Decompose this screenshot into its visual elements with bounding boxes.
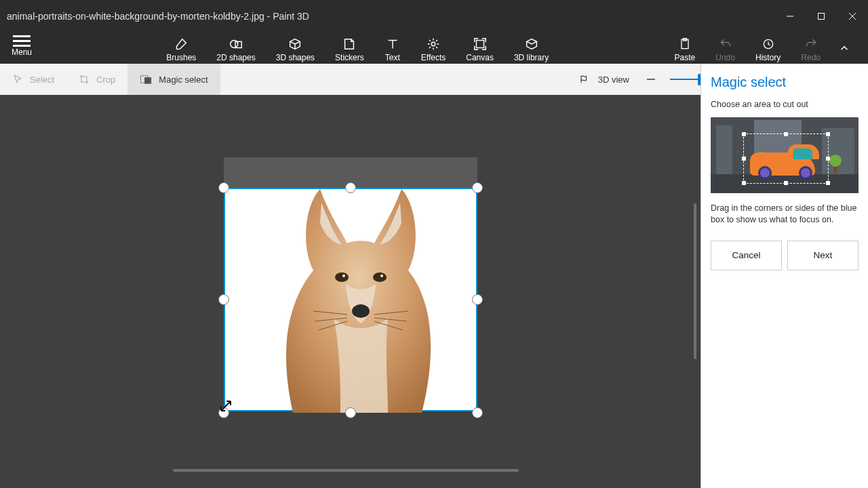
panel-hint: Drag in the corners or sides of the blue… bbox=[711, 203, 859, 226]
ribbon-canvas[interactable]: Canvas bbox=[463, 35, 496, 62]
panel-subtitle: Choose an area to cut out bbox=[711, 100, 859, 109]
panel-title: Magic select bbox=[711, 75, 859, 90]
tool-3d-view[interactable]: 3D view bbox=[567, 64, 642, 95]
ribbon-redo: Redo bbox=[798, 35, 823, 62]
ribbon-brushes[interactable]: Brushes bbox=[163, 35, 199, 62]
magic-select-icon bbox=[140, 74, 152, 85]
resize-handle-s[interactable] bbox=[345, 407, 356, 418]
cancel-button[interactable]: Cancel bbox=[711, 241, 782, 270]
close-button[interactable] bbox=[837, 5, 868, 27]
svg-point-6 bbox=[431, 42, 435, 46]
window-title: animal-portraits-on-white-background-by-… bbox=[7, 11, 774, 22]
flag-3d-icon bbox=[579, 74, 591, 85]
resize-cursor-icon bbox=[220, 400, 232, 412]
zoom-out-button[interactable] bbox=[642, 70, 660, 89]
svg-point-20 bbox=[380, 274, 383, 277]
text-icon bbox=[384, 37, 401, 52]
titlebar: animal-portraits-on-white-background-by-… bbox=[0, 0, 868, 33]
ribbon-text[interactable]: Text bbox=[382, 35, 403, 62]
ribbon-2d-shapes[interactable]: 2D shapes bbox=[214, 35, 258, 62]
resize-handle-e[interactable] bbox=[472, 294, 483, 305]
resize-handle-w[interactable] bbox=[218, 294, 229, 305]
canvas-icon bbox=[472, 37, 488, 52]
paste-icon bbox=[677, 37, 693, 52]
vertical-scrollbar[interactable] bbox=[694, 203, 696, 359]
svg-rect-1 bbox=[818, 14, 825, 20]
svg-point-30 bbox=[829, 155, 842, 167]
svg-point-16 bbox=[352, 304, 370, 318]
canvas-selection[interactable] bbox=[224, 188, 477, 411]
menu-button[interactable]: Menu bbox=[0, 33, 43, 64]
ribbon: Menu Brushes 2D shapes 3D shapes Sticker… bbox=[0, 33, 868, 64]
canvas-workspace[interactable] bbox=[0, 95, 701, 488]
menu-icon bbox=[13, 40, 31, 42]
svg-rect-12 bbox=[145, 78, 151, 83]
redo-icon bbox=[803, 37, 819, 52]
resize-handle-n[interactable] bbox=[345, 182, 356, 193]
crop-icon bbox=[79, 74, 90, 85]
cursor-icon bbox=[12, 74, 23, 85]
effects-icon bbox=[425, 37, 441, 52]
next-button[interactable]: Next bbox=[787, 241, 859, 270]
history-icon bbox=[760, 37, 776, 52]
ribbon-3d-shapes[interactable]: 3D shapes bbox=[273, 35, 317, 62]
maximize-button[interactable] bbox=[806, 5, 837, 27]
shapes-2d-icon bbox=[228, 37, 244, 52]
tool-magic-select[interactable]: Magic select bbox=[127, 64, 220, 95]
shapes-3d-icon bbox=[287, 37, 303, 52]
ribbon-history[interactable]: History bbox=[753, 35, 783, 62]
tool-crop: Crop bbox=[66, 64, 127, 95]
minimize-button[interactable] bbox=[774, 5, 806, 27]
undo-icon bbox=[717, 37, 734, 52]
panel-demo-image bbox=[711, 117, 859, 193]
library-3d-icon bbox=[524, 37, 540, 52]
expand-panel-button[interactable] bbox=[838, 42, 854, 57]
resize-handle-ne[interactable] bbox=[472, 182, 483, 193]
ribbon-stickers[interactable]: Stickers bbox=[332, 35, 367, 62]
brush-icon bbox=[173, 37, 189, 52]
magic-select-panel: Magic select Choose an area to cut out D… bbox=[701, 64, 868, 488]
ribbon-undo: Undo bbox=[713, 35, 738, 62]
horizontal-scrollbar[interactable] bbox=[173, 469, 519, 472]
svg-rect-7 bbox=[476, 41, 484, 48]
ribbon-3d-library[interactable]: 3D library bbox=[511, 35, 551, 62]
svg-point-19 bbox=[342, 274, 345, 277]
ribbon-paste[interactable]: Paste bbox=[672, 35, 698, 62]
resize-handle-nw[interactable] bbox=[218, 182, 229, 193]
resize-handle-se[interactable] bbox=[472, 407, 483, 418]
svg-point-17 bbox=[335, 272, 349, 282]
stickers-icon bbox=[341, 37, 357, 52]
tool-select: Select bbox=[0, 64, 66, 95]
canvas-image bbox=[266, 182, 442, 413]
svg-point-18 bbox=[373, 272, 387, 282]
ribbon-effects[interactable]: Effects bbox=[418, 35, 448, 62]
